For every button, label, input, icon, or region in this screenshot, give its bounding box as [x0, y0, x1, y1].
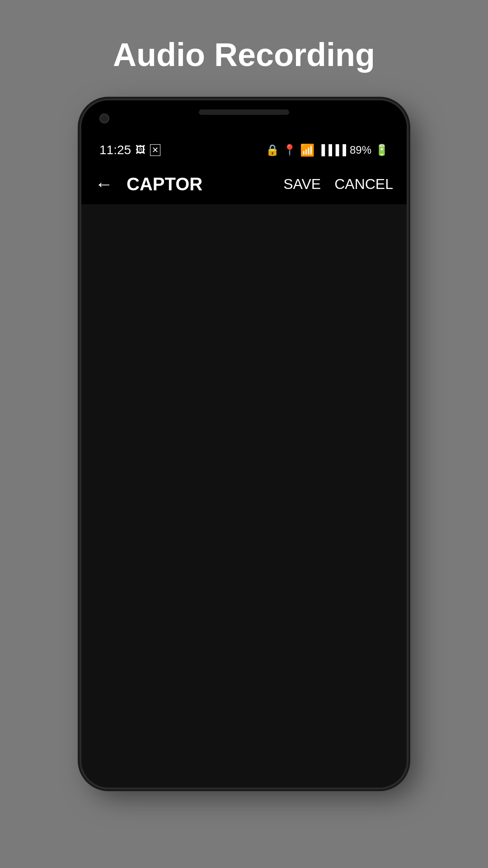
photo-icon: 🖼 — [136, 144, 145, 156]
front-camera — [99, 113, 109, 123]
location-icon: 📍 — [283, 144, 296, 156]
app-toolbar: ← CAPTOR SAVE CANCEL — [81, 164, 407, 204]
speaker-grille — [199, 109, 289, 115]
page-background: Audio Recording 11:25 🖼 ✕ 🔒 📍 📶 ▐▐▐▐ 89% — [0, 0, 488, 868]
phone-frame: 11:25 🖼 ✕ 🔒 📍 📶 ▐▐▐▐ 89% 🔋 ← CAPTOR SAVE… — [81, 100, 407, 788]
save-button[interactable]: SAVE — [283, 176, 321, 193]
battery-label: 89% — [350, 144, 371, 156]
phone-camera-bar — [81, 100, 407, 137]
app-title: CAPTOR — [127, 174, 283, 194]
battery-icon: 🔋 — [375, 144, 389, 156]
status-time: 11:25 — [99, 143, 131, 157]
cancel-button[interactable]: CANCEL — [334, 176, 393, 193]
signal-icon: ▐▐▐▐ — [318, 144, 346, 156]
status-bar-right: 🔒 📍 📶 ▐▐▐▐ 89% 🔋 — [266, 143, 389, 157]
status-bar-left: 11:25 🖼 ✕ — [99, 143, 160, 157]
wifi-icon: 📶 — [300, 143, 314, 157]
notification-icon: ✕ — [150, 144, 160, 156]
status-bar: 11:25 🖼 ✕ 🔒 📍 📶 ▐▐▐▐ 89% 🔋 — [81, 137, 407, 164]
back-button[interactable]: ← — [95, 174, 113, 194]
page-title: Audio Recording — [113, 36, 375, 73]
lock-icon: 🔒 — [266, 144, 279, 156]
